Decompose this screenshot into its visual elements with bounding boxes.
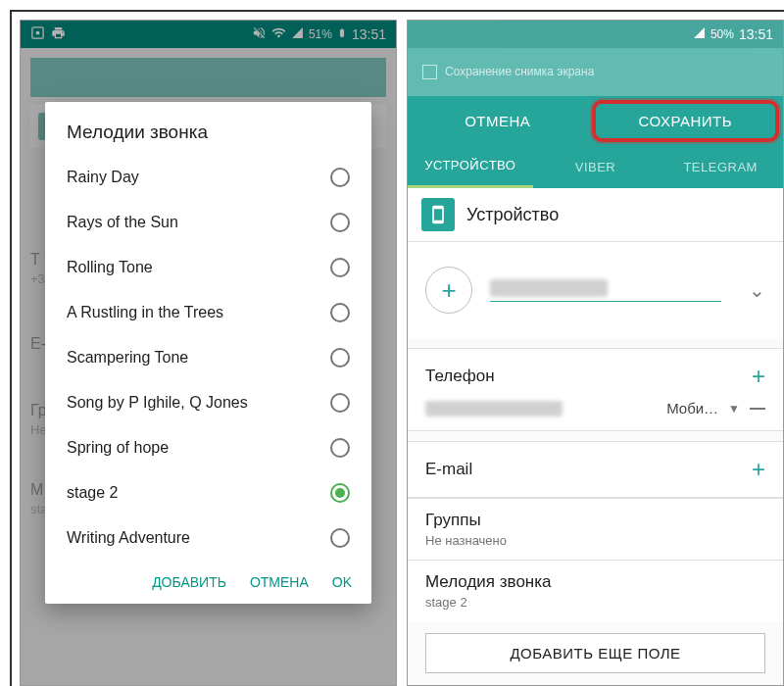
ringtone-list[interactable]: Rainy Day Rays of the Sun Rolling Tone A… <box>45 155 371 561</box>
blurred-phone <box>425 401 563 416</box>
groups-value: Не назначено <box>425 533 765 548</box>
ringtone-item[interactable]: A Rustling in the Trees <box>45 290 371 335</box>
ringtone-item[interactable]: Writing Adventure <box>45 515 371 561</box>
checkbox-icon <box>422 65 437 79</box>
tab-device[interactable]: УСТРОЙСТВО <box>408 146 533 188</box>
chevron-down-icon[interactable]: ⌄ <box>749 278 765 302</box>
dialog-title: Мелодии звонка <box>45 102 371 155</box>
device-icon <box>421 198 455 231</box>
radio-button[interactable] <box>330 213 350 232</box>
add-photo-button[interactable]: + <box>425 267 472 314</box>
radio-button[interactable] <box>330 348 350 368</box>
contact-name-section: + ⌄ <box>408 242 783 338</box>
ringtone-item[interactable]: Song by P Ighile, Q Jones <box>45 380 371 425</box>
ringtone-dialog: Мелодии звонка Rainy Day Rays of the Sun… <box>45 102 371 604</box>
device-label: Устройство <box>466 205 559 225</box>
ringtone-label: Writing Adventure <box>67 529 190 547</box>
blurred-name <box>490 279 608 297</box>
phone-type-dropdown[interactable]: Моби… <box>666 400 718 416</box>
ringtone-item[interactable]: Rolling Tone <box>45 245 371 290</box>
tab-viber[interactable]: VIBER <box>533 146 659 188</box>
ringtone-item[interactable]: Spring of hope <box>45 425 371 470</box>
ringtone-label: Song by P Ighile, Q Jones <box>67 394 248 412</box>
add-email-button[interactable]: + <box>752 456 765 483</box>
ringtone-label: Rolling Tone <box>67 259 153 276</box>
add-field-button[interactable]: ДОБАВИТЬ ЕЩЕ ПОЛЕ <box>425 633 765 673</box>
ringtone-item[interactable]: Rainy Day <box>45 155 371 200</box>
ok-button[interactable]: OK <box>332 574 352 590</box>
add-button[interactable]: ДОБАВИТЬ <box>152 574 226 590</box>
cancel-button[interactable]: ОТМЕНА <box>408 96 588 146</box>
tab-telegram[interactable]: TELEGRAM <box>658 146 783 188</box>
device-header: Устройство <box>408 188 783 242</box>
notification-row: Сохранение снимка экрана <box>408 48 783 96</box>
ringtone-section[interactable]: Мелодия звонка stage 2 <box>408 560 783 621</box>
ringtone-label: Мелодия звонка <box>425 572 765 592</box>
signal-icon <box>693 26 706 42</box>
ringtone-item[interactable]: Scampering Tone <box>45 335 371 380</box>
cancel-button[interactable]: ОТМЕНА <box>250 574 309 590</box>
radio-button[interactable] <box>330 393 350 413</box>
ringtone-label: Rays of the Sun <box>67 214 178 231</box>
dropdown-icon[interactable]: ▼ <box>728 402 740 416</box>
tabs: УСТРОЙСТВО VIBER TELEGRAM <box>408 146 783 188</box>
phone-section: Телефон + Моби… ▼ <box>408 348 783 431</box>
ringtone-item[interactable]: stage 2 <box>45 470 371 515</box>
groups-label: Группы <box>425 511 765 530</box>
remove-phone-button[interactable] <box>750 408 765 410</box>
radio-button[interactable] <box>330 303 350 322</box>
email-section: E-mail + <box>408 441 783 498</box>
action-bar: ОТМЕНА СОХРАНИТЬ <box>408 96 783 146</box>
phone-left: 51% 13:51 Т +3 E- Гр Не М sta Мелодии <box>20 20 397 686</box>
ringtone-label: Rainy Day <box>67 169 139 186</box>
save-button[interactable]: СОХРАНИТЬ <box>592 100 780 142</box>
add-phone-button[interactable]: + <box>752 363 765 390</box>
ringtone-label: Scampering Tone <box>67 349 188 367</box>
ringtone-label: Spring of hope <box>67 439 169 457</box>
clock-text: 13:51 <box>739 26 773 42</box>
phone-right: 50% 13:51 Сохранение снимка экрана ОТМЕН… <box>407 20 784 686</box>
radio-button[interactable] <box>330 528 350 548</box>
ringtone-label: stage 2 <box>67 484 118 502</box>
radio-button[interactable] <box>330 258 350 277</box>
status-bar: 50% 13:51 <box>408 21 783 48</box>
modal-overlay[interactable]: Мелодии звонка Rainy Day Rays of the Sun… <box>21 21 396 685</box>
radio-button[interactable] <box>330 168 350 187</box>
ringtone-value: stage 2 <box>425 595 765 610</box>
email-label: E-mail <box>425 460 472 479</box>
ringtone-item[interactable]: Rays of the Sun <box>45 200 371 245</box>
radio-button[interactable] <box>330 483 350 503</box>
name-input[interactable] <box>490 279 721 302</box>
phone-label: Телефон <box>425 367 495 386</box>
radio-button[interactable] <box>330 438 350 458</box>
notification-text: Сохранение снимка экрана <box>445 65 594 78</box>
groups-section[interactable]: Группы Не назначено <box>408 498 783 560</box>
ringtone-label: A Rustling in the Trees <box>67 304 223 321</box>
battery-text: 50% <box>710 27 734 41</box>
